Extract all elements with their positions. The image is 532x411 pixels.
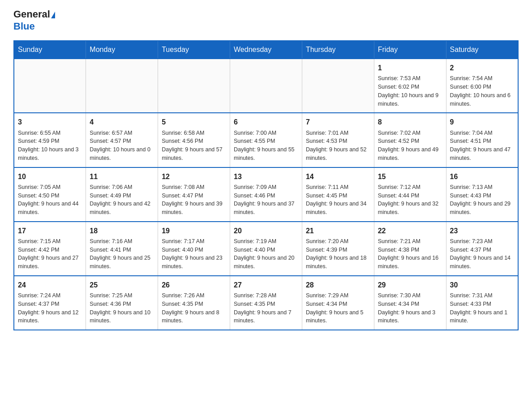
day-info: Sunrise: 7:06 AM Sunset: 4:49 PM Dayligh… [90, 183, 154, 217]
calendar-table: SundayMondayTuesdayWednesdayThursdayFrid… [13, 40, 519, 330]
calendar-cell: 13Sunrise: 7:09 AM Sunset: 4:46 PM Dayli… [230, 167, 302, 222]
day-info: Sunrise: 7:05 AM Sunset: 4:50 PM Dayligh… [18, 183, 82, 217]
day-info: Sunrise: 7:29 AM Sunset: 4:34 PM Dayligh… [306, 291, 370, 325]
day-info: Sunrise: 7:54 AM Sunset: 6:00 PM Dayligh… [450, 74, 514, 108]
calendar-cell: 30Sunrise: 7:31 AM Sunset: 4:33 PM Dayli… [446, 276, 518, 330]
day-info: Sunrise: 7:19 AM Sunset: 4:40 PM Dayligh… [234, 237, 298, 271]
calendar-cell: 7Sunrise: 7:01 AM Sunset: 4:53 PM Daylig… [302, 113, 374, 167]
day-info: Sunrise: 7:11 AM Sunset: 4:45 PM Dayligh… [306, 183, 370, 217]
day-number: 26 [162, 280, 226, 290]
logo-general-text: General [13, 9, 50, 20]
day-info: Sunrise: 7:13 AM Sunset: 4:43 PM Dayligh… [450, 183, 514, 217]
day-info: Sunrise: 7:00 AM Sunset: 4:55 PM Dayligh… [234, 129, 298, 163]
day-number: 14 [306, 171, 370, 182]
day-number: 18 [90, 226, 154, 236]
day-info: Sunrise: 7:08 AM Sunset: 4:47 PM Dayligh… [162, 183, 226, 217]
day-info: Sunrise: 7:12 AM Sunset: 4:44 PM Dayligh… [378, 183, 442, 217]
week-row-1: 1Sunrise: 7:53 AM Sunset: 6:02 PM Daylig… [14, 59, 518, 113]
calendar-cell: 16Sunrise: 7:13 AM Sunset: 4:43 PM Dayli… [446, 167, 518, 222]
day-info: Sunrise: 7:01 AM Sunset: 4:53 PM Dayligh… [306, 129, 370, 163]
calendar-cell: 23Sunrise: 7:23 AM Sunset: 4:37 PM Dayli… [446, 222, 518, 276]
day-number: 6 [234, 117, 298, 127]
day-info: Sunrise: 7:53 AM Sunset: 6:02 PM Dayligh… [378, 74, 442, 108]
day-info: Sunrise: 7:09 AM Sunset: 4:46 PM Dayligh… [234, 183, 298, 217]
day-info: Sunrise: 7:23 AM Sunset: 4:37 PM Dayligh… [450, 237, 514, 271]
day-number: 8 [378, 117, 442, 127]
header: General Blue [13, 9, 519, 32]
day-number: 12 [162, 171, 226, 182]
day-number: 13 [234, 171, 298, 182]
calendar-cell: 8Sunrise: 7:02 AM Sunset: 4:52 PM Daylig… [374, 113, 446, 167]
calendar-cell: 20Sunrise: 7:19 AM Sunset: 4:40 PM Dayli… [230, 222, 302, 276]
day-info: Sunrise: 7:24 AM Sunset: 4:37 PM Dayligh… [18, 291, 82, 325]
day-number: 24 [18, 280, 82, 290]
logo: General Blue [13, 9, 55, 32]
day-info: Sunrise: 7:31 AM Sunset: 4:33 PM Dayligh… [450, 291, 514, 325]
day-number: 10 [18, 171, 82, 182]
weekday-header-row: SundayMondayTuesdayWednesdayThursdayFrid… [14, 41, 518, 59]
day-number: 25 [90, 280, 154, 290]
day-number: 15 [378, 171, 442, 182]
day-info: Sunrise: 7:16 AM Sunset: 4:41 PM Dayligh… [90, 237, 154, 271]
day-number: 19 [162, 226, 226, 236]
calendar-cell: 5Sunrise: 6:58 AM Sunset: 4:56 PM Daylig… [158, 113, 230, 167]
weekday-header-saturday: Saturday [446, 41, 518, 59]
day-number: 16 [450, 171, 514, 182]
day-info: Sunrise: 7:30 AM Sunset: 4:34 PM Dayligh… [378, 291, 442, 325]
day-number: 1 [378, 63, 442, 73]
weekday-header-friday: Friday [374, 41, 446, 59]
day-number: 5 [162, 117, 226, 127]
weekday-header-monday: Monday [86, 41, 158, 59]
calendar-cell: 2Sunrise: 7:54 AM Sunset: 6:00 PM Daylig… [446, 59, 518, 113]
day-number: 21 [306, 226, 370, 236]
calendar-cell: 18Sunrise: 7:16 AM Sunset: 4:41 PM Dayli… [86, 222, 158, 276]
calendar-cell: 28Sunrise: 7:29 AM Sunset: 4:34 PM Dayli… [302, 276, 374, 330]
week-row-4: 17Sunrise: 7:15 AM Sunset: 4:42 PM Dayli… [14, 222, 518, 276]
calendar-cell: 15Sunrise: 7:12 AM Sunset: 4:44 PM Dayli… [374, 167, 446, 222]
calendar-cell: 22Sunrise: 7:21 AM Sunset: 4:38 PM Dayli… [374, 222, 446, 276]
day-number: 4 [90, 117, 154, 127]
day-number: 30 [450, 280, 514, 290]
weekday-header-sunday: Sunday [14, 41, 86, 59]
day-number: 11 [90, 171, 154, 182]
calendar-cell: 10Sunrise: 7:05 AM Sunset: 4:50 PM Dayli… [14, 167, 86, 222]
day-number: 27 [234, 280, 298, 290]
weekday-header-tuesday: Tuesday [158, 41, 230, 59]
day-info: Sunrise: 7:04 AM Sunset: 4:51 PM Dayligh… [450, 129, 514, 163]
calendar-cell [302, 59, 374, 113]
calendar-cell [158, 59, 230, 113]
day-info: Sunrise: 6:58 AM Sunset: 4:56 PM Dayligh… [162, 129, 226, 163]
day-info: Sunrise: 7:21 AM Sunset: 4:38 PM Dayligh… [378, 237, 442, 271]
calendar-cell: 26Sunrise: 7:26 AM Sunset: 4:35 PM Dayli… [158, 276, 230, 330]
day-number: 22 [378, 226, 442, 236]
weekday-header-thursday: Thursday [302, 41, 374, 59]
calendar-cell [230, 59, 302, 113]
logo-blue-text: Blue [13, 21, 35, 32]
day-info: Sunrise: 7:15 AM Sunset: 4:42 PM Dayligh… [18, 237, 82, 271]
day-number: 17 [18, 226, 82, 236]
day-info: Sunrise: 7:25 AM Sunset: 4:36 PM Dayligh… [90, 291, 154, 325]
day-info: Sunrise: 6:55 AM Sunset: 4:59 PM Dayligh… [18, 129, 82, 163]
calendar-cell: 6Sunrise: 7:00 AM Sunset: 4:55 PM Daylig… [230, 113, 302, 167]
weekday-header-wednesday: Wednesday [230, 41, 302, 59]
day-number: 3 [18, 117, 82, 127]
calendar-cell: 9Sunrise: 7:04 AM Sunset: 4:51 PM Daylig… [446, 113, 518, 167]
day-number: 2 [450, 63, 514, 73]
week-row-2: 3Sunrise: 6:55 AM Sunset: 4:59 PM Daylig… [14, 113, 518, 167]
week-row-3: 10Sunrise: 7:05 AM Sunset: 4:50 PM Dayli… [14, 167, 518, 222]
day-number: 29 [378, 280, 442, 290]
day-info: Sunrise: 7:28 AM Sunset: 4:35 PM Dayligh… [234, 291, 298, 325]
calendar-cell [86, 59, 158, 113]
week-row-5: 24Sunrise: 7:24 AM Sunset: 4:37 PM Dayli… [14, 276, 518, 330]
calendar-cell: 17Sunrise: 7:15 AM Sunset: 4:42 PM Dayli… [14, 222, 86, 276]
calendar-cell: 21Sunrise: 7:20 AM Sunset: 4:39 PM Dayli… [302, 222, 374, 276]
calendar-cell: 19Sunrise: 7:17 AM Sunset: 4:40 PM Dayli… [158, 222, 230, 276]
calendar-cell: 3Sunrise: 6:55 AM Sunset: 4:59 PM Daylig… [14, 113, 86, 167]
calendar-cell: 24Sunrise: 7:24 AM Sunset: 4:37 PM Dayli… [14, 276, 86, 330]
calendar-cell: 4Sunrise: 6:57 AM Sunset: 4:57 PM Daylig… [86, 113, 158, 167]
calendar-cell: 14Sunrise: 7:11 AM Sunset: 4:45 PM Dayli… [302, 167, 374, 222]
day-number: 7 [306, 117, 370, 127]
calendar-cell: 25Sunrise: 7:25 AM Sunset: 4:36 PM Dayli… [86, 276, 158, 330]
day-info: Sunrise: 7:17 AM Sunset: 4:40 PM Dayligh… [162, 237, 226, 271]
logo-triangle-icon [51, 12, 55, 18]
